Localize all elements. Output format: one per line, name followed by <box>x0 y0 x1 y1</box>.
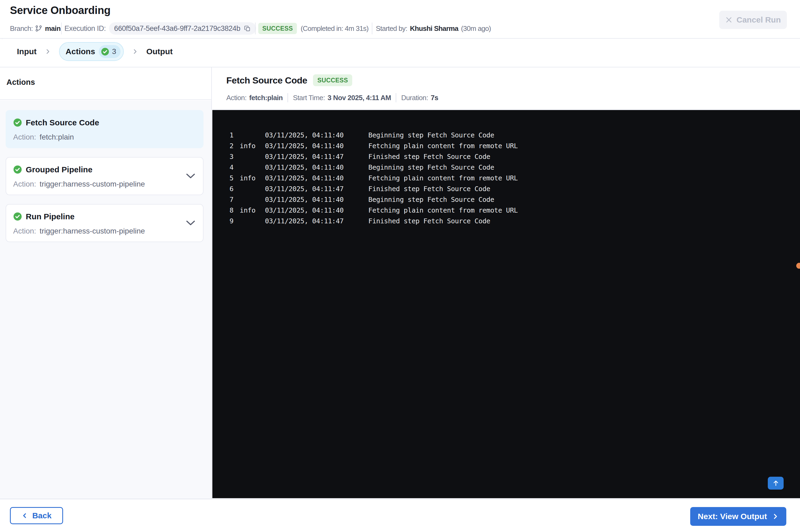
branch-group: Branch: main <box>10 22 61 35</box>
log-message: Beginning step Fetch Source Code <box>368 194 792 205</box>
log-message: Beginning step Fetch Source Code <box>368 130 792 141</box>
check-circle-icon <box>13 212 22 221</box>
started-by-ago: (30m ago) <box>461 24 491 33</box>
execution-id-value: 660f50a7-5eef-43a6-9ff7-2a2179c3824b <box>114 24 240 33</box>
started-by-name: Khushi Sharma <box>410 24 458 33</box>
log-timestamp: 03/11/2025, 04:11:40 <box>265 173 368 184</box>
detail-duration-value: 7s <box>431 94 438 102</box>
log-lines: 1 03/11/2025, 04:11:40 Beginning step Fe… <box>230 130 792 227</box>
action-card-title: Fetch Source Code <box>26 118 99 127</box>
actions-sidebar: Actions Fetch Source Code Action:fetch:p… <box>0 68 212 499</box>
sidebar-card-list: Fetch Source Code Action:fetch:plain Gro… <box>0 100 211 499</box>
log-line: 8 info 03/11/2025, 04:11:40 Fetching pla… <box>230 205 792 216</box>
log-message: Beginning step Fetch Source Code <box>368 162 792 173</box>
log-level <box>240 216 265 227</box>
execution-id-label: Execution ID: <box>64 24 106 33</box>
log-level <box>240 184 265 194</box>
log-line: 4 03/11/2025, 04:11:40 Beginning step Fe… <box>230 162 792 173</box>
log-line: 2 info 03/11/2025, 04:11:40 Fetching pla… <box>230 141 792 151</box>
log-line-number: 3 <box>230 151 240 162</box>
log-timestamp: 03/11/2025, 04:11:40 <box>265 194 368 205</box>
log-line: 6 03/11/2025, 04:11:47 Finished step Fet… <box>230 184 792 194</box>
step-actions-count: 3 <box>112 47 116 56</box>
log-timestamp: 03/11/2025, 04:11:40 <box>265 130 368 141</box>
detail-action-value: fetch:plain <box>249 94 283 102</box>
copy-icon[interactable] <box>244 25 251 32</box>
detail-duration-label: Duration: <box>401 94 428 102</box>
run-status-badge: SUCCESS <box>258 23 297 34</box>
detail-start-time-label: Start Time: <box>293 94 325 102</box>
log-line: 1 03/11/2025, 04:11:40 Beginning step Fe… <box>230 130 792 141</box>
action-card-header: Grouped Pipeline <box>13 165 196 174</box>
action-card[interactable]: Run Pipeline Action:trigger:harness-cust… <box>6 204 204 242</box>
chevron-down-icon[interactable] <box>186 220 195 226</box>
action-card[interactable]: Grouped Pipeline Action:trigger:harness-… <box>6 157 204 195</box>
log-timestamp: 03/11/2025, 04:11:40 <box>265 141 368 151</box>
action-label: Action: <box>13 227 36 235</box>
footer: Back Next: View Output <box>0 499 800 532</box>
completed-in-text: (Completed in: 4m 31s) <box>301 24 368 33</box>
action-card[interactable]: Fetch Source Code Action:fetch:plain <box>6 110 204 148</box>
log-level: info <box>240 141 265 151</box>
action-value: trigger:harness-custom-pipeline <box>40 180 145 188</box>
chevron-down-icon[interactable] <box>186 173 195 179</box>
action-label: Action: <box>13 133 36 141</box>
log-message: Finished step Fetch Source Code <box>368 216 792 227</box>
log-level <box>240 151 265 162</box>
status-group: SUCCESS (Completed in: 4m 31s) <box>258 22 368 35</box>
action-label: Action: <box>13 180 36 188</box>
chevron-right-icon <box>132 48 138 55</box>
header-meta: Branch: main Execution ID: 660f50a7-5eef… <box>0 22 800 35</box>
arrow-up-icon <box>772 479 780 487</box>
log-line-number: 8 <box>230 205 240 216</box>
step-actions[interactable]: Actions 3 <box>59 42 124 61</box>
log-line-number: 4 <box>230 162 240 173</box>
detail-action-label: Action: <box>226 94 246 102</box>
detail-meta: Action: fetch:plain Start Time: 3 Nov 20… <box>226 93 438 102</box>
check-circle-icon <box>13 118 22 127</box>
action-card-header: Fetch Source Code <box>13 118 196 127</box>
sidebar-header: Actions <box>0 68 211 100</box>
back-button[interactable]: Back <box>10 507 63 524</box>
log-message: Fetching plain content from remote URL <box>368 173 792 184</box>
log-message: Finished step Fetch Source Code <box>368 184 792 194</box>
action-card-action: Action:trigger:harness-custom-pipeline <box>13 227 196 235</box>
log-message: Fetching plain content from remote URL <box>368 141 792 151</box>
page: Service Onboarding Branch: main Executio… <box>0 0 800 532</box>
log-line: 5 info 03/11/2025, 04:11:40 Fetching pla… <box>230 173 792 184</box>
action-value: fetch:plain <box>40 133 74 141</box>
log-timestamp: 03/11/2025, 04:11:40 <box>265 205 368 216</box>
log-line-number: 7 <box>230 194 240 205</box>
log-line-number: 2 <box>230 141 240 151</box>
detail-start-time-value: 3 Nov 2025, 4:11 AM <box>327 94 391 102</box>
log-message: Fetching plain content from remote URL <box>368 205 792 216</box>
log-level <box>240 162 265 173</box>
log-line-number: 5 <box>230 173 240 184</box>
log-level: info <box>240 205 265 216</box>
detail-status-badge: SUCCESS <box>313 74 352 86</box>
sidebar-heading: Actions <box>6 78 35 87</box>
divider <box>396 93 396 102</box>
step-input[interactable]: Input <box>17 47 37 56</box>
step-output[interactable]: Output <box>146 47 173 56</box>
chevron-right-icon <box>44 48 51 55</box>
action-card-action: Action:fetch:plain <box>13 133 196 141</box>
action-card-title: Grouped Pipeline <box>26 165 92 174</box>
started-by-group: Started by: Khushi Sharma (30m ago) <box>376 22 491 35</box>
execution-id-chip[interactable]: 660f50a7-5eef-43a6-9ff7-2a2179c3824b <box>109 22 256 35</box>
scroll-to-top-button[interactable] <box>768 477 784 490</box>
close-icon <box>725 16 732 24</box>
back-label: Back <box>32 511 52 520</box>
cancel-run-button[interactable]: Cancel Run <box>719 11 787 29</box>
divider <box>61 22 62 34</box>
step-actions-label: Actions <box>65 47 95 56</box>
stepper: Input Actions 3 Output <box>0 39 800 68</box>
next-view-output-button[interactable]: Next: View Output <box>690 507 786 526</box>
log-level <box>240 194 265 205</box>
log-level: info <box>240 173 265 184</box>
log-console[interactable]: 1 03/11/2025, 04:11:40 Beginning step Fe… <box>212 110 800 498</box>
check-circle-icon <box>101 48 109 56</box>
divider <box>287 93 288 102</box>
log-line: 9 03/11/2025, 04:11:47 Finished step Fet… <box>230 216 792 227</box>
branch-value: main <box>45 24 60 33</box>
